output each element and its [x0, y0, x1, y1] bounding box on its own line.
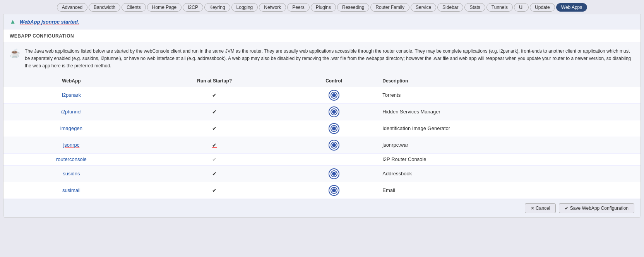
table-row: susimail✔Email — [3, 182, 641, 199]
tab-plugins[interactable]: Plugins — [311, 3, 336, 12]
checkmark-gray-icon: ✔ — [212, 156, 217, 163]
table-row: jsonrpc✔jsonrpc.war — [3, 137, 641, 153]
control-button-imagegen[interactable] — [329, 123, 339, 134]
cancel-button[interactable]: ✕ Cancel — [525, 203, 556, 213]
col-header-description: Description — [378, 75, 641, 87]
webapp-name-imagegen[interactable]: imagegen — [60, 125, 82, 131]
page-wrapper: AdvancedBandwidthClientsHome PageI2CPKey… — [0, 0, 644, 257]
tab-router-family[interactable]: Router Family — [370, 3, 409, 12]
alert-link[interactable]: jsonrpc — [41, 19, 60, 25]
col-header-webapp: WebApp — [3, 75, 139, 87]
tab-keyring[interactable]: Keyring — [204, 3, 230, 12]
tab-i2cp[interactable]: I2CP — [183, 3, 203, 12]
control-button-jsonrpc[interactable] — [329, 140, 339, 151]
control-button-susimail[interactable] — [329, 185, 339, 196]
control-button-susidns[interactable] — [329, 168, 339, 179]
tab-network[interactable]: Network — [259, 3, 286, 12]
col-header-control: Control — [290, 75, 378, 87]
tab-clients[interactable]: Clients — [122, 3, 146, 12]
tab-advanced[interactable]: Advanced — [57, 3, 87, 12]
control-button-i2ptunnel[interactable] — [329, 106, 339, 117]
coffee-icon: ☕ — [10, 48, 20, 58]
footer-bar: ✕ Cancel ✔ Save WebApp Configuration — [3, 199, 641, 217]
control-button-I2psnark[interactable] — [329, 90, 339, 101]
table-row: I2psnark✔Torrents — [3, 87, 641, 103]
checkmark-icon: ✔ — [212, 171, 217, 177]
webapp-table: WebApp Run at Startup? Control Descripti… — [3, 75, 641, 199]
info-row: ☕ The Java web applications listed below… — [3, 43, 641, 75]
warning-icon: ▲ — [10, 18, 16, 25]
table-row: imagegen✔Identification Image Generator — [3, 120, 641, 137]
table-row: routerconsole✔I2P Router Console — [3, 153, 641, 165]
tab-update[interactable]: Update — [530, 3, 555, 12]
description-susidns: Addressbook — [378, 165, 641, 182]
webapp-name-i2ptunnel[interactable]: i2ptunnel — [61, 109, 82, 115]
col-header-startup: Run at Startup? — [139, 75, 290, 87]
save-button[interactable]: ✔ Save WebApp Configuration — [559, 203, 634, 213]
checkmark-icon: ✔ — [212, 92, 217, 98]
alert-text-after: started. — [60, 19, 79, 25]
tab-stats[interactable]: Stats — [464, 3, 485, 12]
checkmark-icon: ✔ — [212, 125, 217, 132]
description-i2ptunnel: Hidden Services Manager — [378, 103, 641, 120]
checkmark-icon: ✔ — [212, 109, 217, 115]
tab-ui[interactable]: UI — [514, 3, 529, 12]
section-header: WEBAPP CONFIGURATION — [3, 29, 641, 43]
tab-logging[interactable]: Logging — [231, 3, 258, 12]
checkmark-icon: ✔ — [212, 142, 217, 148]
webapp-name-I2psnark[interactable]: I2psnark — [62, 92, 81, 98]
webapp-name-routerconsole[interactable]: routerconsole — [56, 156, 87, 162]
info-description: The Java web applications listed below a… — [25, 48, 634, 70]
description-routerconsole: I2P Router Console — [378, 153, 641, 165]
tab-service[interactable]: Service — [411, 3, 436, 12]
tab-sidebar[interactable]: Sidebar — [437, 3, 463, 12]
tab-tunnels[interactable]: Tunnels — [486, 3, 513, 12]
table-header-row: WebApp Run at Startup? Control Descripti… — [3, 75, 641, 87]
description-imagegen: Identification Image Generator — [378, 120, 641, 137]
tab-bandwidth[interactable]: Bandwidth — [89, 3, 120, 12]
tab-reseeding[interactable]: Reseeding — [337, 3, 369, 12]
webapp-name-susidns[interactable]: susidns — [63, 171, 80, 176]
alert-text-before: WebApp — [20, 19, 41, 25]
description-jsonrpc: jsonrpc.war — [378, 137, 641, 153]
table-row: i2ptunnel✔Hidden Services Manager — [3, 103, 641, 120]
tab-row-2: TunnelsUIUpdateWeb Apps — [486, 3, 587, 12]
description-susimail: Email — [378, 182, 641, 199]
table-row: susidns✔Addressbook — [3, 165, 641, 182]
webapp-name-jsonrpc[interactable]: jsonrpc — [63, 142, 79, 148]
alert-bar: ▲ WebApp jsonrpc started. — [3, 14, 641, 29]
description-I2psnark: Torrents — [378, 87, 641, 103]
section-title: WEBAPP CONFIGURATION — [10, 33, 74, 39]
tab-row-1: AdvancedBandwidthClientsHome PageI2CPKey… — [57, 3, 485, 12]
main-content: ▲ WebApp jsonrpc started. WEBAPP CONFIGU… — [3, 14, 641, 218]
alert-message: WebApp jsonrpc started. — [20, 19, 79, 25]
tab-web-apps[interactable]: Web Apps — [556, 3, 587, 12]
checkmark-icon: ✔ — [212, 187, 217, 194]
tab-home-page[interactable]: Home Page — [147, 3, 182, 12]
tab-bar: AdvancedBandwidthClientsHome PageI2CPKey… — [3, 3, 641, 12]
webapp-name-susimail[interactable]: susimail — [62, 187, 80, 193]
tab-peers[interactable]: Peers — [287, 3, 309, 12]
